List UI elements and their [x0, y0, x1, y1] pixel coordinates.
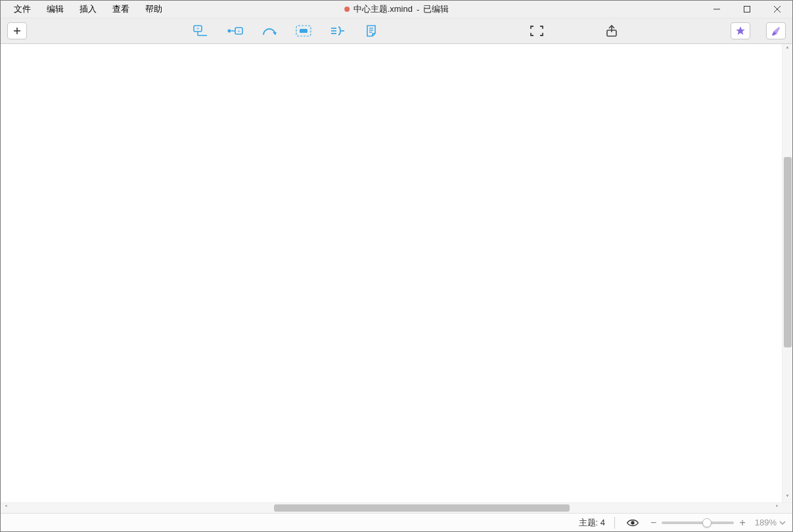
title-status: 已编辑 — [423, 3, 449, 15]
plus-icon — [13, 27, 21, 35]
topic-count-label: 主题 — [579, 518, 596, 527]
svg-text:+: + — [237, 28, 240, 34]
hscroll-track[interactable] — [11, 503, 771, 513]
share-button[interactable] — [603, 24, 620, 38]
minimize-icon — [714, 6, 720, 12]
upgrade-button[interactable] — [731, 22, 750, 39]
eye-icon — [626, 518, 639, 527]
format-button[interactable] — [766, 22, 786, 39]
status-bar: 主题: 4 − + 189% — [1, 513, 792, 531]
paint-brush-icon — [770, 25, 782, 37]
boundary-button[interactable] — [294, 22, 313, 39]
vscroll-thumb[interactable] — [784, 157, 792, 347]
topic-count-value: 4 — [600, 518, 605, 527]
toolbar: + + — [1, 18, 792, 44]
scroll-corner — [782, 503, 792, 513]
outline-view-button[interactable] — [624, 516, 641, 530]
workspace: ˄ ˅ — [1, 44, 792, 502]
svg-point-27 — [631, 521, 634, 524]
close-button[interactable] — [762, 1, 792, 18]
zoom-slider-track[interactable] — [662, 521, 734, 524]
fit-map-icon — [530, 25, 544, 37]
zoom-slider[interactable]: − + — [650, 517, 746, 529]
fit-map-button[interactable] — [528, 24, 545, 38]
scroll-up-icon[interactable]: ˄ — [782, 44, 793, 55]
toolbar-right — [528, 22, 786, 39]
svg-point-10 — [228, 30, 231, 33]
zoom-slider-thumb[interactable] — [702, 518, 712, 527]
svg-text:+: + — [196, 26, 200, 32]
zoom-percent-value: 189% — [755, 518, 777, 527]
svg-rect-16 — [300, 29, 307, 33]
boundary-icon — [296, 25, 311, 37]
toolbar-left — [7, 22, 41, 39]
floating-topic-icon: + — [227, 25, 244, 37]
titlebar: 文件 编辑 插入 查看 帮助 中心主题.xmind - 已编辑 — [1, 1, 792, 18]
vertical-scrollbar[interactable]: ˄ ˅ — [782, 44, 792, 502]
menu-edit[interactable]: 编辑 — [39, 1, 72, 18]
floating-topic-button[interactable]: + — [225, 22, 245, 39]
horizontal-scrollbar[interactable]: ˂ ˃ — [1, 502, 792, 513]
scroll-right-icon[interactable]: ˃ — [771, 503, 782, 513]
svg-rect-1 — [744, 7, 750, 12]
topic-count: 主题: 4 — [579, 517, 605, 529]
note-icon — [365, 24, 378, 37]
star-icon — [735, 26, 746, 36]
svg-marker-26 — [736, 26, 744, 35]
summary-button[interactable] — [328, 22, 348, 39]
menu-file[interactable]: 文件 — [6, 1, 39, 18]
relationship-icon — [261, 25, 277, 37]
maximize-button[interactable] — [732, 1, 762, 18]
relationship-button[interactable] — [260, 22, 279, 39]
canvas[interactable] — [1, 44, 782, 502]
subtopic-button[interactable]: + — [191, 22, 211, 39]
hscroll-thumb[interactable] — [274, 504, 570, 512]
window-controls — [702, 1, 792, 18]
note-button[interactable] — [362, 22, 382, 39]
scroll-down-icon[interactable]: ˅ — [782, 492, 793, 502]
close-icon — [774, 6, 781, 12]
title-text: 中心主题.xmind - 已编辑 — [344, 3, 449, 15]
menu-insert[interactable]: 插入 — [72, 1, 104, 18]
title-filename: 中心主题.xmind — [353, 3, 413, 15]
toolbar-center: + + — [191, 22, 382, 39]
app-window: 文件 编辑 插入 查看 帮助 中心主题.xmind - 已编辑 — [0, 0, 793, 532]
minimize-button[interactable] — [702, 1, 732, 18]
zoom-percent[interactable]: 189% — [755, 518, 786, 527]
vscroll-track[interactable] — [782, 55, 793, 492]
new-tab-button[interactable] — [7, 22, 27, 39]
status-separator — [614, 517, 615, 529]
chevron-down-icon — [779, 520, 786, 525]
maximize-icon — [744, 6, 750, 12]
scroll-left-icon[interactable]: ˂ — [1, 503, 11, 513]
menu-bar: 文件 编辑 插入 查看 帮助 — [1, 1, 170, 18]
zoom-out-button[interactable]: − — [650, 517, 656, 529]
subtopic-icon: + — [193, 24, 210, 37]
zoom-in-button[interactable]: + — [739, 517, 745, 529]
menu-help[interactable]: 帮助 — [137, 1, 170, 18]
title-separator: - — [417, 5, 419, 14]
unsaved-indicator-icon — [344, 7, 350, 12]
share-icon — [605, 24, 618, 37]
menu-view[interactable]: 查看 — [104, 1, 137, 18]
summary-icon — [330, 25, 346, 37]
